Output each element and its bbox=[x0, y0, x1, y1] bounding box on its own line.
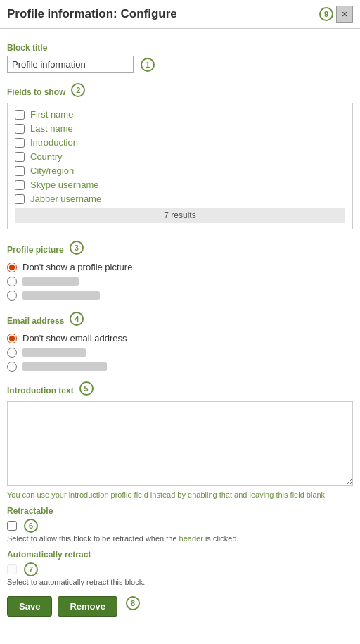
fields-label: Fields to show bbox=[7, 87, 65, 97]
label-jabber: Jabber username bbox=[30, 194, 101, 204]
label-no-email: Don't show email address bbox=[22, 333, 127, 343]
checkbox-retractable[interactable] bbox=[7, 521, 17, 531]
intro-text-label: Introduction text bbox=[7, 386, 74, 396]
email-option-1: Don't show email address bbox=[7, 333, 353, 343]
auto-retract-hint: Select to automatically retract this blo… bbox=[7, 578, 353, 586]
label-country: Country bbox=[30, 151, 63, 162]
remove-button[interactable]: Remove bbox=[58, 596, 117, 617]
auto-retract-section: Automatically retract 7 Select to automa… bbox=[7, 550, 353, 586]
radio-profile-pic-3[interactable] bbox=[7, 291, 17, 301]
results-count: 7 results bbox=[15, 208, 345, 223]
profile-picture-number: 3 bbox=[70, 241, 84, 255]
email-option-3 bbox=[7, 362, 353, 372]
blurred-email-3 bbox=[22, 362, 107, 371]
radio-no-email[interactable] bbox=[7, 334, 17, 343]
buttons-number: 8 bbox=[126, 596, 140, 610]
block-title-section: Block title Profile information 1 bbox=[7, 43, 353, 73]
fields-to-show-section: Fields to show 2 First name Last name In… bbox=[7, 80, 353, 229]
block-title-input[interactable]: Profile information bbox=[7, 56, 134, 73]
email-label: Email address bbox=[7, 316, 64, 326]
profile-pic-option-3 bbox=[7, 291, 353, 301]
field-skype: Skype username bbox=[15, 179, 345, 190]
save-button[interactable]: Save bbox=[7, 596, 52, 617]
retractable-section: Retractable 6 Select to allow this block… bbox=[7, 506, 353, 543]
radio-profile-pic-2[interactable] bbox=[7, 277, 17, 286]
field-city-region: City/region bbox=[15, 165, 345, 176]
auto-retract-number: 7 bbox=[24, 562, 38, 576]
retractable-row: 6 bbox=[7, 519, 353, 533]
label-introduction: Introduction bbox=[30, 137, 78, 148]
retractable-hint-link[interactable]: header bbox=[179, 534, 203, 543]
label-last-name: Last name bbox=[30, 123, 73, 134]
block-title-label: Block title bbox=[7, 43, 353, 53]
field-last-name: Last name bbox=[15, 123, 345, 134]
retractable-number: 6 bbox=[24, 519, 38, 533]
profile-pic-option-2 bbox=[7, 277, 353, 286]
email-number: 4 bbox=[70, 312, 84, 326]
field-jabber: Jabber username bbox=[15, 194, 345, 204]
header: Profile information: Configure 9 × bbox=[0, 0, 360, 29]
retractable-label: Retractable bbox=[7, 506, 353, 516]
checkbox-city-region[interactable] bbox=[15, 166, 25, 176]
auto-retract-label: Automatically retract bbox=[7, 550, 353, 560]
intro-text-section: Introduction text 5 You can use your int… bbox=[7, 379, 353, 499]
email-option-2 bbox=[7, 348, 353, 358]
checkbox-last-name[interactable] bbox=[15, 124, 25, 134]
checkbox-jabber[interactable] bbox=[15, 194, 25, 204]
button-row: Save Remove 8 bbox=[7, 596, 353, 617]
blurred-option-2 bbox=[22, 277, 79, 286]
blurred-option-3 bbox=[22, 291, 100, 300]
profile-picture-label: Profile picture bbox=[7, 245, 64, 255]
checkbox-country[interactable] bbox=[15, 152, 25, 162]
retractable-hint: Select to allow this block to be retract… bbox=[7, 534, 353, 543]
page-title: Profile information: Configure bbox=[7, 7, 177, 21]
profile-pic-option-1: Don't show a profile picture bbox=[7, 262, 353, 272]
email-address-section: Email address 4 Don't show email address bbox=[7, 309, 353, 372]
blurred-email-2 bbox=[22, 348, 86, 357]
profile-picture-section: Profile picture 3 Don't show a profile p… bbox=[7, 238, 353, 301]
radio-email-3[interactable] bbox=[7, 362, 17, 372]
intro-text-number: 5 bbox=[79, 381, 94, 396]
radio-email-2[interactable] bbox=[7, 348, 17, 358]
block-title-number: 1 bbox=[141, 58, 155, 72]
auto-retract-row: 7 bbox=[7, 562, 353, 576]
checkbox-introduction[interactable] bbox=[15, 138, 25, 148]
field-first-name: First name bbox=[15, 109, 345, 120]
checkbox-skype[interactable] bbox=[15, 180, 25, 190]
checkbox-first-name[interactable] bbox=[15, 110, 25, 120]
close-button[interactable]: × bbox=[336, 6, 353, 23]
radio-no-profile-pic[interactable] bbox=[7, 263, 17, 272]
header-number: 9 bbox=[319, 7, 333, 21]
label-city-region: City/region bbox=[30, 165, 74, 176]
field-country: Country bbox=[15, 151, 345, 162]
main-content: Block title Profile information 1 Fields… bbox=[0, 29, 360, 631]
intro-hint: You can use your introduction profile fi… bbox=[7, 491, 353, 499]
checkbox-auto-retract[interactable] bbox=[7, 564, 17, 574]
intro-textarea[interactable] bbox=[7, 401, 353, 486]
label-no-profile-pic: Don't show a profile picture bbox=[22, 262, 132, 272]
label-first-name: First name bbox=[30, 109, 73, 120]
fields-box: First name Last name Introduction Countr… bbox=[7, 103, 353, 229]
field-introduction: Introduction bbox=[15, 137, 345, 148]
fields-number: 2 bbox=[71, 83, 85, 97]
label-skype: Skype username bbox=[30, 179, 99, 190]
